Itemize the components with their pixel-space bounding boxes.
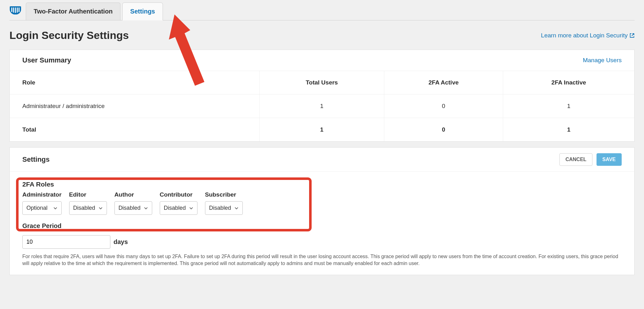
table-total-row: Total 1 0 1 xyxy=(10,118,634,142)
2fa-roles-label: 2FA Roles xyxy=(22,181,620,188)
manage-users-link[interactable]: Manage Users xyxy=(583,57,622,64)
cell-inactive: 1 xyxy=(503,118,634,142)
learn-more-label: Learn more about Login Security xyxy=(541,32,628,39)
user-summary-table: Role Total Users 2FA Active 2FA Inactive… xyxy=(10,71,634,141)
2fa-roles-row: Administrator Optional Editor Disabled xyxy=(22,191,620,215)
chevron-down-icon xyxy=(98,206,103,210)
svg-rect-1 xyxy=(13,8,14,13)
chevron-down-icon xyxy=(53,206,58,210)
svg-rect-0 xyxy=(11,8,12,12)
chevron-down-icon xyxy=(234,206,239,210)
learn-more-link[interactable]: Learn more about Login Security xyxy=(541,32,635,39)
col-2fa-active: 2FA Active xyxy=(384,71,503,95)
role-select-value: Disabled xyxy=(164,205,186,211)
cell-inactive: 1 xyxy=(503,95,634,118)
role-select-value: Disabled xyxy=(119,205,141,211)
table-row: Administrateur / administratrice 1 0 1 xyxy=(10,95,634,118)
user-summary-title: User Summary xyxy=(22,56,71,64)
role-head-editor: Editor xyxy=(69,191,107,198)
user-summary-panel: User Summary Manage Users Role Total Use… xyxy=(9,50,635,142)
role-head-contributor: Contributor xyxy=(160,191,197,198)
wordfence-logo-icon xyxy=(9,4,21,16)
save-button[interactable]: SAVE xyxy=(597,153,622,166)
chevron-down-icon xyxy=(144,206,148,210)
col-2fa-inactive: 2FA Inactive xyxy=(503,71,634,95)
svg-rect-3 xyxy=(17,8,18,13)
page-title: Login Security Settings xyxy=(9,29,129,41)
col-total-users: Total Users xyxy=(259,71,384,95)
tabs: Two-Factor Authentication Settings xyxy=(9,3,635,20)
cell-total: 1 xyxy=(259,95,384,118)
svg-rect-4 xyxy=(19,8,19,12)
settings-panel: Settings CANCEL SAVE 2FA Roles Administr… xyxy=(9,147,635,275)
role-select-value: Disabled xyxy=(73,205,95,211)
cell-active: 0 xyxy=(384,95,503,118)
settings-title: Settings xyxy=(22,155,50,164)
grace-period-input[interactable] xyxy=(22,235,110,249)
role-select-editor[interactable]: Disabled xyxy=(69,201,107,215)
cell-active: 0 xyxy=(384,118,503,142)
role-head-subscriber: Subscriber xyxy=(205,191,243,198)
chevron-down-icon xyxy=(189,206,193,210)
grace-period-help: For roles that require 2FA, users will h… xyxy=(22,253,622,267)
role-select-administrator[interactable]: Optional xyxy=(22,201,62,215)
external-link-icon xyxy=(630,33,635,38)
col-role: Role xyxy=(10,71,259,95)
role-select-subscriber[interactable]: Disabled xyxy=(205,201,243,215)
cancel-button[interactable]: CANCEL xyxy=(559,153,592,166)
svg-rect-2 xyxy=(15,8,16,13)
grace-period-unit: days xyxy=(114,238,128,246)
tab-two-factor-auth[interactable]: Two-Factor Authentication xyxy=(26,3,120,20)
role-head-administrator: Administrator xyxy=(22,191,62,198)
cell-role: Total xyxy=(10,118,259,142)
role-select-contributor[interactable]: Disabled xyxy=(160,201,197,215)
tab-settings[interactable]: Settings xyxy=(122,3,163,20)
role-select-value: Optional xyxy=(26,205,47,211)
role-select-value: Disabled xyxy=(209,205,231,211)
role-head-author: Author xyxy=(114,191,152,198)
role-select-author[interactable]: Disabled xyxy=(114,201,152,215)
cell-total: 1 xyxy=(259,118,384,142)
grace-period-label: Grace Period xyxy=(22,222,622,230)
cell-role: Administrateur / administratrice xyxy=(10,95,259,118)
